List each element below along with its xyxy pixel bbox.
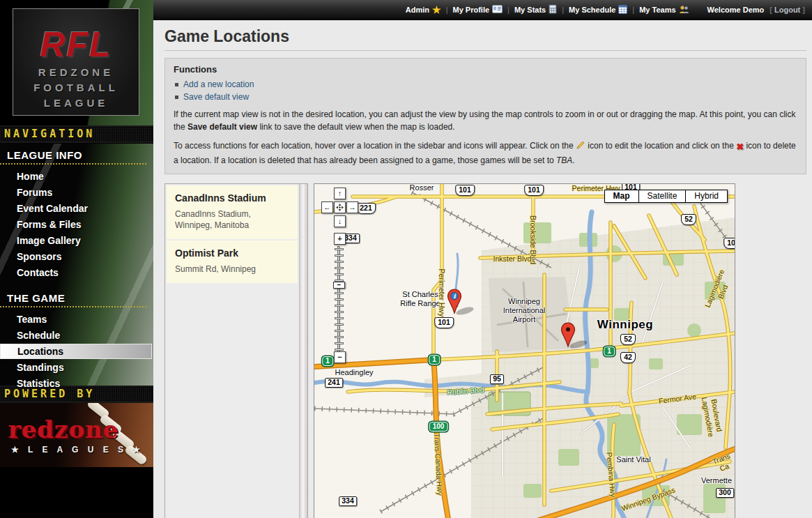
link-save-default-view[interactable]: Save default view (183, 92, 249, 102)
columns: CanadInns StadiumCanadInns Stadium, Winn… (164, 183, 806, 518)
pan-right-button[interactable]: → (346, 201, 358, 213)
map-type-button-map[interactable]: Map (604, 190, 639, 203)
sidebar-item-standings[interactable]: Standings (0, 360, 153, 375)
topbar-item-label: My Profile (453, 6, 490, 14)
people-icon (679, 5, 689, 15)
map-base-art (314, 184, 735, 518)
zoom-tick (335, 273, 344, 275)
topbar-item-my-schedule[interactable]: My Schedule (569, 5, 627, 15)
nav-section-title-league-info: LEAGUE INFO (0, 145, 146, 165)
map-marker-info[interactable]: i (447, 288, 479, 319)
logout-link[interactable]: Logout (774, 6, 800, 14)
zoom-tick (335, 342, 344, 344)
sidebar-item-event-calendar[interactable]: Event Calendar (0, 201, 153, 216)
league-logo-line: FOOTBALL (13, 80, 139, 96)
zoom-tick (335, 311, 344, 313)
topbar-item-my-stats[interactable]: My Stats (514, 4, 557, 15)
location-card-optimist-park[interactable]: Optimist ParkSummit Rd, Winnipeg (167, 241, 298, 283)
zoom-tick (335, 323, 344, 326)
zoom-in-button[interactable]: + (334, 233, 346, 245)
profile-card-icon (492, 5, 503, 15)
zoom-tick (335, 298, 344, 300)
map-marker-dot[interactable] (560, 321, 592, 352)
sidebar-item-locations[interactable]: Locations (0, 344, 152, 359)
pan-center-button[interactable] (334, 201, 346, 213)
topbar-item-admin[interactable]: Admin★ (406, 5, 441, 15)
league-logo-line: LEAGUE (13, 96, 139, 111)
topbar-menu: Admin★|My Profile|My Stats|My Schedule|M… (406, 4, 689, 15)
topbar-item-label: My Stats (514, 6, 546, 14)
pan-left-button[interactable]: ← (321, 201, 333, 213)
league-logo-abbr: RFL (13, 24, 139, 65)
redzone-leagues-logo[interactable]: redzone ★ L E A G U E S ★ (0, 403, 153, 467)
location-name: Optimist Park (175, 247, 289, 259)
map-type-button-hybrid[interactable]: Hybrid (686, 190, 728, 203)
topbar-item-label: My Schedule (569, 6, 615, 14)
sidebar-item-image-gallery[interactable]: Image Gallery (0, 233, 153, 248)
pan-up-button[interactable]: ↑ (334, 188, 346, 199)
zoom-tick (335, 254, 344, 257)
sidebar: RFL REDZONE FOOTBALL LEAGUE NAVIGATION L… (0, 0, 153, 518)
functions-title: Functions (174, 64, 797, 75)
location-card-canadinns-stadium[interactable]: CanadInns StadiumCanadInns Stadium, Winn… (167, 185, 298, 239)
topbar-separator: | (507, 6, 510, 14)
map-canvas[interactable]: RosserPerimeter HwyBrookside BlvdInkster… (314, 183, 735, 518)
functions-paragraph-2: To access functions for each location, h… (174, 139, 797, 167)
functions-box: Functions Add a new locationSave default… (164, 58, 806, 174)
para2-tba: TBA (556, 155, 572, 165)
para1-bold: Save default view (187, 122, 257, 132)
topbar: Admin★|My Profile|My Stats|My Schedule|M… (153, 0, 812, 20)
zoom-tick (335, 292, 344, 294)
bullet-icon (175, 96, 178, 99)
navigation-header: NAVIGATION (0, 125, 153, 143)
calculator-icon (549, 4, 557, 15)
sidebar-item-sponsors[interactable]: Sponsors (0, 249, 153, 264)
function-link-row: Add a new location (175, 79, 797, 89)
sidebar-item-forums[interactable]: Forums (0, 185, 153, 200)
locations-list: CanadInns StadiumCanadInns Stadium, Winn… (167, 185, 298, 285)
link-add-a-new-location[interactable]: Add a new location (183, 79, 254, 89)
function-link-row: Save default view (175, 92, 797, 102)
zoom-slider-handle[interactable]: − (333, 282, 345, 289)
para2-text: . (572, 155, 574, 165)
zoom-tick (335, 261, 344, 263)
bullet-icon (175, 83, 178, 86)
zoom-tick (335, 349, 344, 351)
map-type-button-satellite[interactable]: Satellite (639, 190, 687, 203)
logout-wrap: [ Logout ] (769, 6, 805, 14)
calendar-icon (618, 5, 627, 15)
topbar-item-my-profile[interactable]: My Profile (453, 5, 503, 15)
league-logo-line: REDZONE (13, 65, 139, 80)
zoom-tick (335, 305, 344, 307)
zoom-tick (335, 317, 344, 319)
page-title: Game Locations (164, 27, 806, 51)
location-address: Summit Rd, Winnipeg (175, 264, 289, 275)
zoom-tick (335, 330, 344, 332)
para2-text: To access functions for each location, h… (174, 141, 576, 151)
zoom-tick (335, 248, 344, 250)
pan-down-button[interactable]: ↓ (334, 215, 346, 227)
sidebar-item-statistics[interactable]: Statistics (0, 376, 153, 391)
sidebar-item-forms-files[interactable]: Forms & Files (0, 217, 153, 232)
location-address: CanadInns Stadium, Winnipeg, Manitoba (175, 208, 289, 231)
app-window: RFL REDZONE FOOTBALL LEAGUE NAVIGATION L… (0, 0, 812, 518)
sidebar-item-schedule[interactable]: Schedule (0, 328, 153, 343)
para1-text: link to save the default view when the m… (257, 122, 455, 132)
functions-paragraph-1: If the current map view is not in the de… (174, 108, 797, 133)
star-icon: ★ (432, 5, 441, 15)
topbar-item-my-teams[interactable]: My Teams (639, 5, 689, 15)
sidebar-nav: LEAGUE INFOHomeForumsEvent CalendarForms… (0, 145, 153, 399)
league-logo: RFL REDZONE FOOTBALL LEAGUE (13, 8, 139, 116)
sidebar-item-teams[interactable]: Teams (0, 312, 153, 327)
para2-text: icon to edit the location and click on t… (585, 141, 736, 151)
zoom-out-button[interactable]: − (334, 351, 346, 363)
welcome-text: Welcome Demo (707, 6, 765, 14)
map-type-switcher: MapSatelliteHybrid (604, 190, 728, 203)
nav-section-title-the-game: THE GAME (0, 288, 146, 307)
topbar-separator: | (562, 6, 564, 14)
sidebar-item-home[interactable]: Home (0, 169, 153, 184)
sidebar-item-contacts[interactable]: Contacts (0, 265, 153, 280)
topbar-separator: | (632, 6, 634, 14)
locations-vertical-scrollbar[interactable] (299, 184, 307, 518)
edit-pencil-icon (576, 140, 585, 153)
